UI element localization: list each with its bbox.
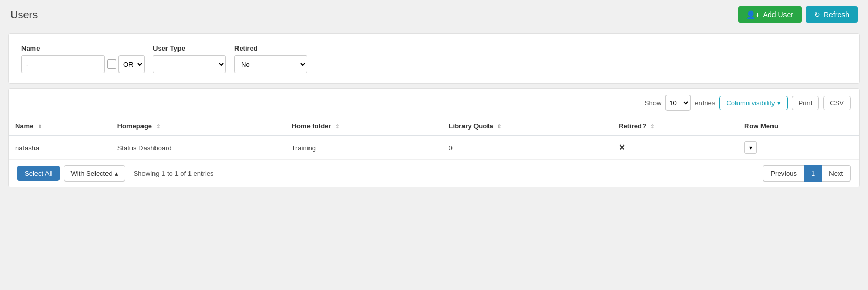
cell-retired: ✕ [612,136,738,160]
page-title: Users [10,9,38,21]
col-name[interactable]: Name ⇕ [9,117,111,136]
users-table: Name ⇕ Homepage ⇕ Home folder ⇕ Library … [9,117,859,160]
cell-library-quota: 0 [443,136,613,160]
retired-label: Retired [234,44,307,52]
name-input[interactable] [21,55,105,73]
col-row-menu: Row Menu [738,117,859,136]
retired-filter-group: Retired No Yes [234,44,307,73]
table-toolbar: Show 10 25 50 100 entries Column visibil… [9,89,859,117]
pagination: Previous 1 Next [763,165,851,182]
col-library-quota[interactable]: Library Quota ⇕ [443,117,613,136]
col-retired[interactable]: Retired? ⇕ [612,117,738,136]
add-user-label: Add User [763,10,793,19]
name-checkbox[interactable] [107,59,116,69]
column-visibility-button[interactable]: Column visibility ▾ [719,96,787,110]
page-number-button[interactable]: 1 [804,165,822,182]
showing-text: Showing 1 to 1 of 1 entries [134,170,214,177]
row-menu-button[interactable]: ▾ [744,141,757,154]
user-type-select[interactable] [153,55,226,73]
table-footer: Select All With Selected ▴ Showing 1 to … [9,160,859,187]
refresh-icon: ↻ [814,10,821,19]
previous-button[interactable]: Previous [763,165,804,182]
footer-left: Select All With Selected ▴ Showing 1 to … [17,165,214,182]
cell-home-folder: Training [286,136,443,160]
table-card: Show 10 25 50 100 entries Column visibil… [8,88,860,187]
with-selected-chevron-icon: ▴ [115,170,118,177]
with-selected-label: With Selected [70,170,112,177]
user-type-label: User Type [153,44,226,52]
add-user-icon: 👤+ [746,10,759,19]
col-homepage[interactable]: Homepage ⇕ [111,117,286,136]
col-visibility-label: Column visibility [726,99,775,107]
cell-name: natasha [9,136,111,160]
filter-card: Name OR User Type Retired No Yes [8,33,860,84]
header-buttons: 👤+ Add User ↻ Refresh [738,6,858,23]
name-input-row: OR [21,55,145,73]
add-user-button[interactable]: 👤+ Add User [738,6,802,23]
with-selected-button[interactable]: With Selected ▴ [64,165,125,182]
refresh-label: Refresh [824,10,849,19]
sort-icon-library-quota: ⇕ [497,124,501,129]
sort-icon-home-folder: ⇕ [335,124,339,129]
cell-homepage: Status Dashboard [111,136,286,160]
show-label: Show [645,99,662,107]
col-home-folder[interactable]: Home folder ⇕ [286,117,443,136]
table-row: natasha Status Dashboard Training 0 ✕ ▾ [9,136,859,160]
next-button[interactable]: Next [822,165,851,182]
user-type-filter-group: User Type [153,44,226,73]
or-select[interactable]: OR [118,55,145,73]
retired-select[interactable]: No Yes [234,55,307,73]
filter-row: Name OR User Type Retired No Yes [21,44,847,73]
sort-icon-name: ⇕ [38,124,42,129]
entries-select[interactable]: 10 25 50 100 [665,95,691,111]
chevron-down-icon: ▾ [777,99,781,107]
sort-icon-retired: ⇕ [650,124,655,129]
csv-button[interactable]: CSV [823,96,851,110]
table-header-row: Name ⇕ Homepage ⇕ Home folder ⇕ Library … [9,117,859,136]
entries-label: entries [695,99,715,107]
print-button[interactable]: Print [792,96,819,110]
cell-row-menu: ▾ [738,136,859,160]
select-all-button[interactable]: Select All [17,166,60,181]
sort-icon-homepage: ⇕ [156,124,160,129]
page-header: Users 👤+ Add User ↻ Refresh [0,0,868,29]
refresh-button[interactable]: ↻ Refresh [806,6,858,23]
name-filter-group: Name OR [21,44,145,73]
name-label: Name [21,44,145,52]
